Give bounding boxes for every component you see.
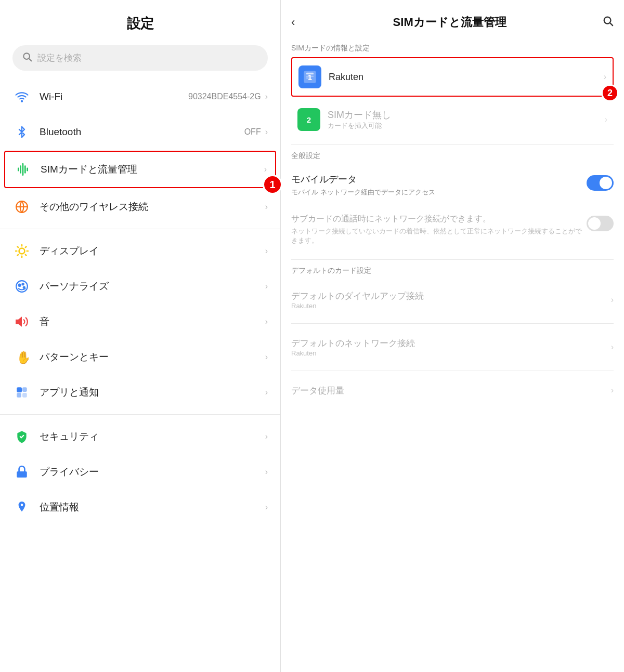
settings-item-security[interactable]: セキュリティ ›: [0, 419, 280, 454]
personalize-chevron: ›: [265, 282, 268, 291]
security-label: セキュリティ: [40, 430, 99, 443]
mobile-data-toggle[interactable]: [587, 175, 614, 191]
default-dialup-title: デフォルトのダイヤルアップ接続: [291, 290, 611, 302]
svg-point-8: [19, 248, 25, 254]
svg-point-29: [604, 17, 611, 24]
default-dialup-row[interactable]: デフォルトのダイヤルアップ接続 Rakuten ›: [291, 283, 614, 317]
svg-point-20: [23, 287, 25, 288]
settings-item-sound[interactable]: 音 ›: [0, 304, 280, 339]
data-usage-chevron: ›: [611, 386, 614, 395]
sim-badge-1: 1: [263, 175, 282, 194]
wifi-label: Wi-Fi: [40, 91, 62, 102]
svg-line-11: [18, 247, 19, 248]
wireless-icon: [12, 197, 31, 216]
search-bar[interactable]: 設定を検索: [12, 45, 268, 71]
right-header: ‹ SIMカードと流量管理: [281, 0, 624, 38]
default-network-text: デフォルトのネットワーク接続 Rakuten: [291, 337, 611, 357]
display-label: ディスプレイ: [40, 244, 99, 258]
svg-line-15: [18, 255, 19, 256]
data-usage-title: データ使用量: [291, 385, 611, 397]
svg-point-0: [23, 53, 30, 59]
sub-card-row: サブカードの通話時にネットワーク接続ができます。 ネットワーク接続していないカー…: [291, 208, 614, 251]
settings-item-wifi[interactable]: Wi-Fi 90324BDE4554-2G ›: [0, 79, 280, 114]
svg-text:✋: ✋: [16, 350, 29, 364]
sim1-text: Rakuten: [329, 72, 604, 83]
svg-text:2: 2: [307, 115, 311, 124]
bluetooth-chevron: ›: [265, 127, 268, 137]
privacy-label: プライバシー: [40, 465, 99, 479]
sim2-item[interactable]: 2 SIMカード無し カードを挿入可能 ›: [291, 101, 614, 138]
sim1-name: Rakuten: [329, 72, 604, 83]
sub-card-toggle[interactable]: [587, 216, 614, 231]
section2-label: 全般設定: [291, 151, 614, 161]
personalize-icon: [12, 277, 31, 296]
settings-item-display[interactable]: ディスプレイ ›: [0, 233, 280, 269]
svg-line-1: [29, 59, 31, 61]
settings-item-wireless[interactable]: その他のワイヤレス接続 ›: [0, 189, 280, 225]
sound-chevron: ›: [265, 317, 268, 326]
back-button[interactable]: ‹: [291, 16, 295, 29]
mobile-data-row: モバイルデータ モバイル ネットワーク経由でデータにアクセス: [291, 168, 614, 202]
sub-card-title: サブカードの通話時にネットワーク接続ができます。: [291, 214, 587, 225]
settings-item-location[interactable]: 位置情報 ›: [0, 490, 280, 525]
bluetooth-value: OFF: [244, 127, 261, 137]
svg-rect-27: [17, 471, 27, 478]
sim1-item[interactable]: 1 Rakuten › 2: [291, 57, 614, 97]
location-chevron: ›: [265, 503, 268, 512]
sim-manage-icon: [14, 160, 32, 179]
default-dialup-text: デフォルトのダイヤルアップ接続 Rakuten: [291, 290, 611, 310]
display-icon: [12, 242, 31, 260]
wifi-value: 90324BDE4554-2G: [188, 92, 261, 101]
right-divider-1: [291, 144, 614, 145]
settings-item-bluetooth[interactable]: Bluetooth OFF ›: [0, 114, 280, 150]
settings-item-sim[interactable]: SIMカードと流量管理 › 1: [4, 151, 276, 188]
location-icon: [12, 498, 31, 517]
security-icon: [12, 427, 31, 446]
settings-item-pattern[interactable]: ✋ パターンとキー ›: [0, 339, 280, 375]
default-dialup-chevron: ›: [611, 295, 614, 305]
sim2-icon: 2: [297, 108, 320, 131]
right-panel: ‹ SIMカードと流量管理 SIMカードの情報と設定 1: [281, 0, 624, 672]
svg-point-2: [21, 101, 22, 102]
wireless-label: その他のワイヤレス接続: [40, 200, 148, 214]
app-label: アプリと通知: [40, 386, 99, 399]
privacy-icon: [12, 463, 31, 481]
svg-rect-24: [22, 387, 27, 392]
right-search-button[interactable]: [602, 15, 614, 30]
mobile-data-title: モバイルデータ: [291, 173, 587, 186]
svg-rect-23: [17, 387, 22, 392]
left-panel: 設定 設定を検索 Wi-Fi 90324BDE4554-2G ›: [0, 0, 281, 672]
sim1-icon: 1: [298, 65, 321, 88]
sim-label: SIMカードと流量管理: [41, 163, 137, 176]
left-title: 設定: [10, 15, 270, 33]
sim2-name: SIMカード無し: [328, 109, 605, 121]
left-header: 設定: [0, 0, 280, 41]
settings-item-privacy[interactable]: プライバシー ›: [0, 454, 280, 490]
display-chevron: ›: [265, 246, 268, 256]
settings-item-app[interactable]: アプリと通知 ›: [0, 375, 280, 410]
search-placeholder: 設定を検索: [37, 52, 82, 64]
default-network-row[interactable]: デフォルトのネットワーク接続 Rakuten ›: [291, 330, 614, 364]
default-dialup-sub: Rakuten: [291, 302, 611, 310]
sim2-chevron: ›: [605, 115, 607, 124]
svg-point-18: [19, 284, 21, 286]
right-divider-2: [291, 259, 614, 260]
data-usage-text: データ使用量: [291, 385, 611, 397]
app-icon: [12, 383, 31, 402]
svg-line-16: [25, 247, 27, 248]
security-chevron: ›: [265, 432, 268, 441]
sound-label: 音: [40, 315, 49, 328]
bluetooth-label: Bluetooth: [40, 126, 81, 138]
right-title: SIMカードと流量管理: [303, 15, 596, 30]
mobile-data-subtitle: モバイル ネットワーク経由でデータにアクセス: [291, 188, 587, 197]
right-divider-3: [291, 323, 614, 324]
data-usage-row[interactable]: データ使用量 ›: [291, 377, 614, 404]
default-network-title: デフォルトのネットワーク接続: [291, 337, 611, 349]
pattern-chevron: ›: [265, 352, 268, 362]
settings-item-personalize[interactable]: パーソナライズ ›: [0, 269, 280, 304]
svg-rect-25: [17, 393, 21, 398]
svg-point-19: [22, 283, 24, 285]
svg-line-30: [610, 23, 613, 26]
search-icon: [22, 51, 32, 64]
app-chevron: ›: [265, 388, 268, 397]
